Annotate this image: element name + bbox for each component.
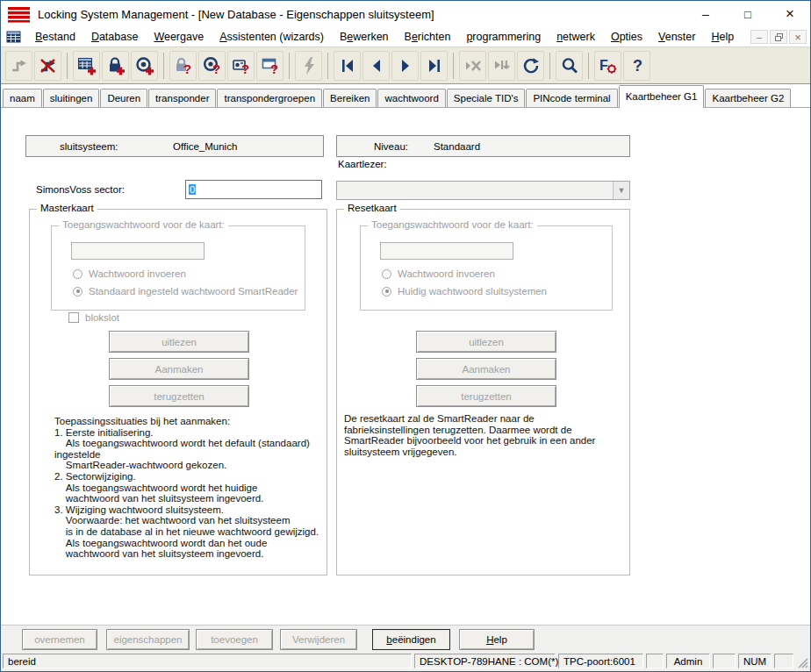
master-card-group: Masterkaart Toegangswachtwoord voor de k… xyxy=(29,209,327,575)
reset-create-button[interactable]: Aanmaken xyxy=(416,358,556,380)
program-flash-icon[interactable] xyxy=(295,51,322,81)
radio-icon xyxy=(382,269,391,279)
svg-text:?: ? xyxy=(183,61,191,75)
menu-netwerk[interactable]: netwerk xyxy=(549,29,603,45)
first-record-icon[interactable] xyxy=(334,51,361,81)
sector-input-selection: 0 xyxy=(189,184,196,195)
tab-wachtwoord[interactable]: wachtwoord xyxy=(377,89,445,108)
block-lock-checkbox[interactable]: blokslot xyxy=(68,312,119,323)
resize-grip[interactable] xyxy=(796,656,808,668)
read-dialog-icon[interactable]: ? xyxy=(256,51,283,81)
read-smartreader-icon[interactable]: ? xyxy=(227,51,255,81)
menu-bewerken[interactable]: Bewerken xyxy=(332,29,397,45)
locking-system-box: sluitsysteem: Office_Munich xyxy=(25,135,324,157)
sector-input[interactable]: 0 xyxy=(185,180,322,199)
apply-button[interactable]: overnemen xyxy=(22,629,97,650)
maximize-icon[interactable]: □ xyxy=(740,6,756,22)
add-button[interactable]: toevoegen xyxy=(196,629,273,650)
reset-password-group: Toegangswachtwoord voor de kaart: Wachtw… xyxy=(360,225,613,311)
master-radio-enter-password-label: Wachtwoord invoeren xyxy=(89,268,186,279)
reset-radio-enter-password[interactable]: Wachtwoord invoeren xyxy=(382,268,495,279)
svg-text:?: ? xyxy=(633,57,642,75)
radio-icon xyxy=(73,269,83,279)
close-icon[interactable]: × xyxy=(782,6,798,22)
master-password-input[interactable] xyxy=(71,242,205,260)
tab-transpondergroepen[interactable]: transpondergroepen xyxy=(217,89,322,108)
help-button[interactable]: Help xyxy=(459,629,535,650)
master-radio-enter-password[interactable]: Wachtwoord invoeren xyxy=(73,268,186,279)
disconnect-icon[interactable] xyxy=(34,51,61,81)
properties-button[interactable]: eigenschappen xyxy=(106,629,190,650)
tab-kaartbeheer-g1[interactable]: Kaartbeheer G1 xyxy=(619,85,705,108)
reset-radio-current-password-label: Huidig wachtwoord sluitsystemen xyxy=(398,286,547,297)
next-record-icon[interactable] xyxy=(391,51,419,81)
reset-radio-current-password[interactable]: Huidig wachtwoord sluitsystemen xyxy=(382,286,547,297)
previous-record-icon[interactable] xyxy=(362,51,390,81)
master-radio-default-password[interactable]: Standaard ingesteld wachtwoord SmartRead… xyxy=(73,286,298,297)
mdi-close-icon[interactable]: × xyxy=(789,30,807,44)
menu-weergave[interactable]: Weergave xyxy=(146,29,212,45)
reset-read-button[interactable]: uitlezen xyxy=(416,331,556,353)
tab-speciale-tids[interactable]: Speciale TID's xyxy=(447,89,526,108)
menu-programmering[interactable]: programmering xyxy=(458,29,549,45)
filter-settings-icon[interactable]: F xyxy=(594,51,621,81)
footer-button-bar: overnemen eigenschappen toevoegen Verwij… xyxy=(1,625,810,652)
mdi-restore-icon[interactable] xyxy=(770,30,787,44)
help-icon[interactable]: ? xyxy=(623,51,650,81)
master-reset-button[interactable]: terugzetten xyxy=(109,385,249,407)
locking-system-value: Office_Munich xyxy=(173,141,237,152)
locking-system-label: sluitsysteem: xyxy=(60,141,118,152)
reset-card-group-title: Resetkaart xyxy=(344,203,400,213)
simonsvoss-logo-icon xyxy=(8,6,31,23)
svg-text:F: F xyxy=(599,58,608,73)
tab-bereiken[interactable]: Bereiken xyxy=(323,89,377,108)
master-password-group-title: Toegangswachtwoord voor de kaart: xyxy=(59,219,228,230)
card-reader-select[interactable]: ▼ xyxy=(336,181,630,200)
tab-pincode-terminal[interactable]: PINcode terminal xyxy=(526,89,617,108)
radio-selected-icon xyxy=(73,287,83,297)
tab-sluitingen[interactable]: sluitingen xyxy=(43,89,100,108)
menu-database[interactable]: Database xyxy=(83,29,147,45)
new-transponder-icon[interactable] xyxy=(131,51,158,81)
reset-card-info-text: De resetkaart zal de SmartReader naar de… xyxy=(344,413,625,457)
menu-help[interactable]: Help xyxy=(703,29,742,45)
new-lock-icon[interactable] xyxy=(102,51,129,81)
tab-transponder[interactable]: transponder xyxy=(148,89,216,108)
window-title: Locking System Management - [New Databas… xyxy=(38,8,434,21)
tab-deuren[interactable]: Deuren xyxy=(100,89,147,108)
reset-reset-button[interactable]: terugzetten xyxy=(416,385,556,407)
menu-berichten[interactable]: Berichten xyxy=(397,29,459,45)
master-card-group-title: Masterkaart xyxy=(37,203,97,213)
status-empty-2 xyxy=(713,654,736,668)
reset-password-input[interactable] xyxy=(380,242,513,260)
read-lock-icon[interactable]: ? xyxy=(169,51,197,81)
svg-text:?: ? xyxy=(270,61,278,75)
toolbar: ? ? ? ? xyxy=(1,46,810,84)
menu-assistenten[interactable]: Assistenten (wizards) xyxy=(212,29,332,45)
menu-venster[interactable]: Venster xyxy=(650,29,703,45)
cancel-search-icon[interactable] xyxy=(459,51,486,81)
new-locking-plan-icon[interactable] xyxy=(73,51,100,81)
master-read-button[interactable]: uitlezen xyxy=(109,331,249,353)
minimize-icon[interactable]: – xyxy=(698,6,714,22)
reset-password-group-title: Toegangswachtwoord voor de kaart: xyxy=(368,219,537,230)
tab-naam[interactable]: naam xyxy=(3,89,42,108)
status-empty-3 xyxy=(774,654,793,668)
menu-opties[interactable]: Opties xyxy=(603,29,650,45)
status-host: DESKTOP-789HANE : COM(*) xyxy=(414,654,556,668)
read-transponder-icon[interactable]: ? xyxy=(198,51,226,81)
exit-button[interactable]: beëindigen xyxy=(372,629,450,650)
tab-kaartbeheer-g2[interactable]: Kaartbeheer G2 xyxy=(705,89,791,108)
search-icon[interactable] xyxy=(556,51,583,81)
dropdown-arrow-icon[interactable]: ▼ xyxy=(613,182,629,199)
menu-bestand[interactable]: Bestand xyxy=(27,29,83,45)
delete-button[interactable]: Verwijderen xyxy=(280,629,357,650)
title-bar: Locking System Management - [New Databas… xyxy=(1,1,810,27)
last-record-icon[interactable] xyxy=(420,51,448,81)
master-create-button[interactable]: Aanmaken xyxy=(109,358,249,380)
mdi-minimize-icon[interactable]: – xyxy=(750,30,768,44)
status-empty-1 xyxy=(646,654,664,668)
refresh-icon[interactable] xyxy=(517,51,544,81)
connect-icon[interactable] xyxy=(5,51,32,81)
goto-record-icon[interactable] xyxy=(488,51,515,81)
